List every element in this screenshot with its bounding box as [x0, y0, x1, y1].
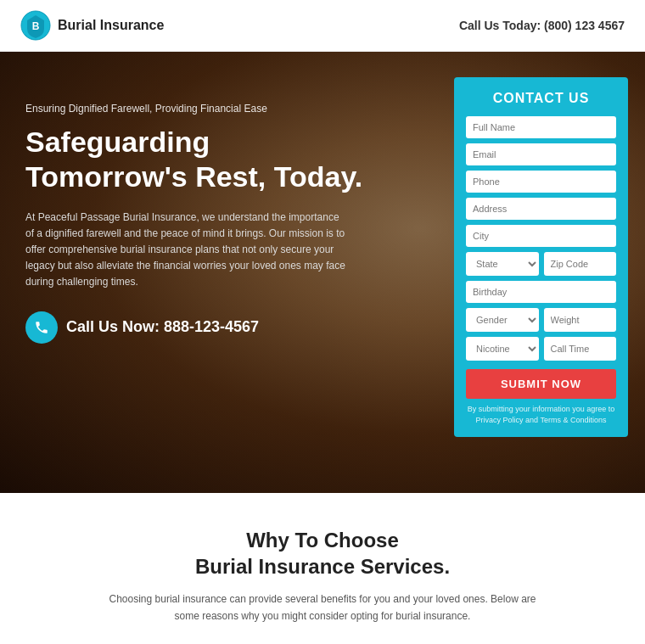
hero-description: At Peaceful Passage Burial Insurance, we…: [25, 210, 348, 291]
cta-text: Call Us Now: 888-123-4567: [66, 318, 259, 336]
city-input[interactable]: [466, 225, 616, 247]
svg-text:B: B: [32, 20, 40, 32]
form-disclaimer: By submitting your information you agree…: [466, 404, 616, 425]
contact-form-panel: CONTACT US State Gender Nicotine SUBMIT: [454, 77, 628, 437]
phone-icon: [25, 311, 58, 344]
why-title: Why To ChooseBurial Insurance Services.: [25, 527, 620, 580]
phone-input[interactable]: [466, 171, 616, 193]
zip-input[interactable]: [544, 252, 617, 276]
call-time-input[interactable]: [544, 337, 617, 361]
hero-content: Ensuring Dignified Farewell, Providing F…: [0, 52, 399, 369]
birthday-input[interactable]: [466, 281, 616, 303]
header-phone: Call Us Today: (800) 123 4567: [459, 19, 625, 32]
contact-form-title: CONTACT US: [466, 91, 616, 106]
site-header: B Burial Insurance Call Us Today: (800) …: [0, 0, 645, 52]
email-input[interactable]: [466, 143, 616, 165]
hero-tagline: Ensuring Dignified Farewell, Providing F…: [25, 103, 373, 115]
hero-cta[interactable]: Call Us Now: 888-123-4567: [25, 311, 373, 344]
why-description: Choosing burial insurance can provide se…: [102, 591, 543, 624]
submit-button[interactable]: SUBMIT NOW: [466, 369, 616, 399]
why-section: Why To ChooseBurial Insurance Services. …: [0, 493, 645, 644]
state-select[interactable]: State: [466, 252, 539, 276]
logo-area: B Burial Insurance: [20, 10, 164, 41]
hero-title: Safeguarding Tomorrow's Rest, Today.: [25, 125, 373, 194]
gender-weight-row: Gender: [466, 308, 616, 332]
nicotine-calltime-row: Nicotine: [466, 337, 616, 361]
hero-section: Ensuring Dignified Farewell, Providing F…: [0, 52, 645, 493]
logo-text: Burial Insurance: [58, 18, 164, 33]
gender-select[interactable]: Gender: [466, 308, 539, 332]
weight-input[interactable]: [544, 308, 617, 332]
logo-icon: B: [20, 10, 51, 41]
state-zip-row: State: [466, 252, 616, 276]
address-input[interactable]: [466, 198, 616, 220]
full-name-input[interactable]: [466, 116, 616, 138]
nicotine-select[interactable]: Nicotine: [466, 337, 539, 361]
